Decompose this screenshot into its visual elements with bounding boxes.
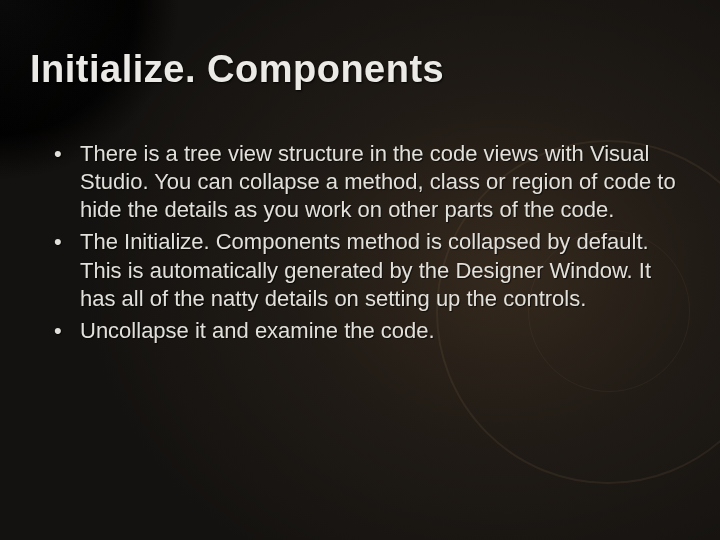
list-item: Uncollapse it and examine the code. bbox=[54, 317, 680, 345]
bullet-list: There is a tree view structure in the co… bbox=[54, 140, 680, 345]
bullet-text: Uncollapse it and examine the code. bbox=[80, 318, 435, 343]
bullet-text: There is a tree view structure in the co… bbox=[80, 141, 676, 222]
slide-body: There is a tree view structure in the co… bbox=[54, 140, 680, 349]
list-item: There is a tree view structure in the co… bbox=[54, 140, 680, 224]
slide: Initialize. Components There is a tree v… bbox=[0, 0, 720, 540]
list-item: The Initialize. Components method is col… bbox=[54, 228, 680, 312]
slide-title: Initialize. Components bbox=[30, 48, 444, 91]
bullet-text: The Initialize. Components method is col… bbox=[80, 229, 651, 310]
